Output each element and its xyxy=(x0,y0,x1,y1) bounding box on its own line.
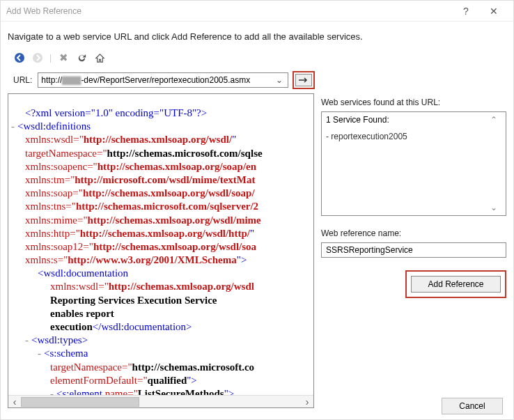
url-text-rest: -dev/ReportServer/reportexecution2005.as… xyxy=(81,75,250,85)
url-text-host-blurred: ▇▇▇ xyxy=(62,75,81,85)
scroll-up-icon[interactable]: ⌃ xyxy=(490,115,501,125)
toolbar-separator: | xyxy=(49,53,52,63)
xml-content: <?xml version="1.0" encoding="UTF-8"?> -… xyxy=(8,94,313,395)
services-scrollbar[interactable]: ⌃ ⌄ xyxy=(490,115,501,212)
add-reference-highlight: Add Reference xyxy=(405,270,506,298)
services-count: 1 Service Found: xyxy=(326,115,490,132)
browser-toolbar: | ✖ xyxy=(1,49,513,71)
xml-declaration: <?xml version="1.0" encoding="UTF-8"?> xyxy=(25,107,207,118)
titlebar: Add Web Reference ? ✕ xyxy=(1,1,513,22)
go-button-highlight xyxy=(293,71,315,89)
home-icon[interactable] xyxy=(93,52,106,64)
scrollbar-track[interactable] xyxy=(21,397,301,407)
forward-icon xyxy=(31,52,44,64)
url-row: URL: http://▇▇▇-dev/ReportServer/reporte… xyxy=(1,71,513,93)
scroll-right-icon[interactable]: › xyxy=(301,396,313,407)
window-title: Add Web Reference xyxy=(6,6,452,16)
add-reference-button[interactable]: Add Reference xyxy=(411,276,501,293)
horizontal-scrollbar[interactable]: ‹ › xyxy=(8,395,313,407)
reference-name-input[interactable] xyxy=(321,242,506,258)
services-header: Web services found at this URL: xyxy=(321,96,506,109)
back-icon[interactable] xyxy=(13,52,26,64)
xml-def: <wsdl:definitions xyxy=(17,120,91,132)
svg-point-0 xyxy=(15,53,24,63)
url-text-prefix: http:// xyxy=(41,75,62,85)
reference-name-label: Web reference name: xyxy=(321,227,506,240)
xml-preview-pane: <?xml version="1.0" encoding="UTF-8"?> -… xyxy=(8,93,314,408)
stop-icon[interactable]: ✖ xyxy=(57,52,70,64)
scrollbar-thumb[interactable] xyxy=(21,397,139,407)
url-dropdown-icon[interactable]: ⌄ xyxy=(274,75,285,85)
scroll-left-icon[interactable]: ‹ xyxy=(8,396,21,407)
service-item[interactable]: - reportexecution2005 xyxy=(326,132,490,141)
svg-point-1 xyxy=(33,53,42,63)
services-list[interactable]: 1 Service Found: - reportexecution2005 ⌃… xyxy=(321,111,506,216)
cancel-button[interactable]: Cancel xyxy=(442,398,503,414)
url-input[interactable]: http://▇▇▇-dev/ReportServer/reportexecut… xyxy=(38,72,288,88)
url-label: URL: xyxy=(13,75,32,85)
scroll-down-icon[interactable]: ⌄ xyxy=(490,203,501,212)
help-button[interactable]: ? xyxy=(452,6,480,17)
close-button[interactable]: ✕ xyxy=(480,6,508,17)
refresh-icon[interactable] xyxy=(75,52,88,64)
go-button[interactable] xyxy=(295,74,312,86)
instruction-text: Navigate to a web service URL and click … xyxy=(1,22,513,49)
